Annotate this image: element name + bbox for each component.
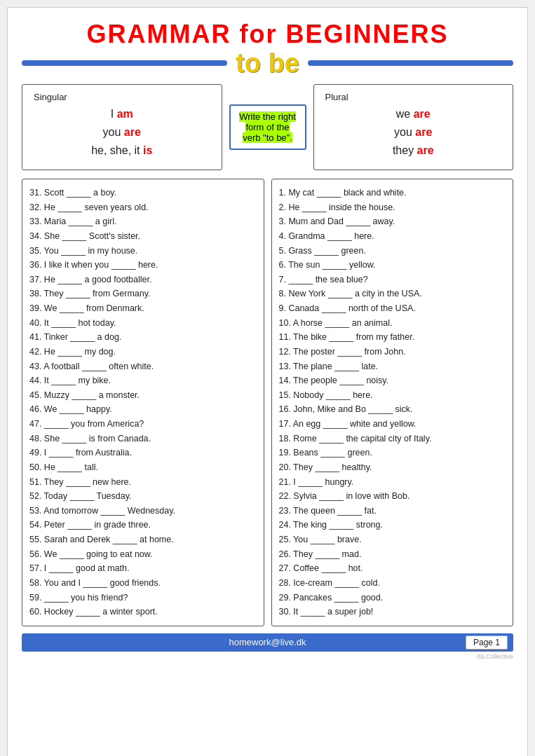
footer: homework@live.dk Page 1: [22, 633, 513, 652]
left-exercise-col: 31. Scott _____ a boy.32. He _____ seven…: [22, 179, 264, 626]
page: GRAMMAR for BEGINNERS to be Singular I a…: [7, 7, 528, 756]
right-exercise-item: 15. Nobody _____ here.: [279, 389, 506, 401]
title-bar-left: [22, 60, 227, 66]
left-exercise-item: 42. He _____ my dog.: [29, 345, 257, 358]
left-exercise-item: 49. I _____ from Australia.: [29, 446, 257, 459]
left-exercise-item: 48. She _____ is from Canada.: [29, 432, 257, 445]
left-exercise-item: 47. _____ you from America?: [29, 418, 257, 430]
verb-is: is: [143, 144, 152, 156]
verb-are-they: are: [417, 144, 434, 156]
singular-row-2: you are: [34, 126, 210, 139]
right-exercise-item: 13. The plane _____ late.: [279, 360, 506, 373]
verb-am: am: [117, 108, 133, 120]
singular-row-1: I am: [34, 108, 210, 121]
right-exercise-item: 4. Grandma _____ here.: [279, 230, 506, 242]
left-exercise-item: 54. Peter _____ in grade three.: [29, 518, 257, 531]
page-badge: Page 1: [466, 635, 508, 650]
right-exercise-item: 19. Beans _____ green.: [279, 446, 506, 459]
title-bar-right: [308, 60, 513, 66]
right-exercise-col: 1. My cat _____ black and white.2. He __…: [271, 179, 514, 626]
left-exercise-item: 51. They _____ new here.: [29, 476, 257, 488]
left-exercise-item: 37. He _____ a good footballer.: [29, 273, 257, 286]
right-exercise-item: 1. My cat _____ black and white.: [279, 186, 506, 199]
plural-label: Plural: [325, 92, 502, 102]
left-exercise-item: 50. He _____ tall.: [29, 461, 257, 474]
singular-row-3: he, she, it is: [34, 144, 210, 157]
title-line2-wrapper: to be: [22, 48, 513, 78]
right-exercise-item: 24. The king _____ strong.: [279, 518, 506, 531]
instruction-box: Write the right form of the verb "to be"…: [229, 104, 306, 150]
left-exercise-item: 40. It _____ hot today.: [29, 317, 257, 329]
left-exercise-item: 53. And tomorrow _____ Wednesday.: [29, 504, 257, 517]
left-exercise-item: 31. Scott _____ a boy.: [29, 186, 257, 199]
left-exercise-item: 32. He _____ seven years old.: [29, 201, 257, 214]
plural-row-3: they are: [325, 144, 502, 157]
singular-label: Singular: [34, 92, 210, 102]
footer-right: Page 1: [388, 635, 508, 650]
left-exercise-item: 56. We _____ going to eat now.: [29, 548, 257, 561]
right-exercise-item: 29. Pancakes _____ good.: [279, 591, 506, 604]
left-exercise-item: 34. She _____ Scott's sister.: [29, 230, 257, 242]
right-exercise-item: 21. I _____ hungry.: [279, 476, 506, 488]
right-exercise-item: 2. He _____ inside the house.: [279, 201, 506, 214]
plural-row-1: we are: [325, 108, 502, 121]
verb-are-you-pl: are: [415, 126, 432, 138]
left-exercise-item: 33. Maria _____ a girl.: [29, 215, 257, 228]
left-exercise-item: 41. Tinker _____ a dog.: [29, 331, 257, 343]
right-exercise-item: 28. Ice-cream _____ cold.: [279, 577, 506, 589]
verb-are-we: are: [414, 108, 431, 120]
plural-row-2: you are: [325, 126, 502, 139]
right-exercise-item: 3. Mum and Dad _____ away.: [279, 215, 506, 228]
right-exercise-item: 14. The people _____ noisy.: [279, 374, 506, 387]
right-exercise-item: 10. A horse _____ an animal.: [279, 317, 506, 329]
right-exercise-item: 12. The poster _____ from John.: [279, 345, 506, 358]
right-exercise-item: 8. New York _____ a city in the USA.: [279, 287, 506, 300]
right-exercise-item: 18. Rome _____ the capital city of Italy…: [279, 432, 506, 445]
left-exercise-item: 58. You and I _____ good friends.: [29, 577, 257, 589]
right-exercise-item: 6. The sun _____ yellow.: [279, 259, 506, 271]
left-exercise-item: 43. A football _____ often white.: [29, 360, 257, 373]
exercises-section: 31. Scott _____ a boy.32. He _____ seven…: [22, 179, 513, 626]
footer-email: homework@live.dk: [147, 637, 388, 647]
plural-box: Plural we are you are they are: [313, 84, 514, 170]
right-exercise-item: 9. Canada _____ north of the USA.: [279, 302, 506, 315]
right-exercise-item: 17. An egg _____ white and yellow.: [279, 418, 506, 430]
right-exercise-item: 30. It _____ a super job!: [279, 605, 506, 618]
left-exercise-item: 60. Hockey _____ a winter sport.: [29, 605, 257, 618]
right-exercise-item: 16. John, Mike and Bo _____ sick.: [279, 403, 506, 415]
right-exercise-item: 23. The queen _____ fat.: [279, 504, 506, 517]
left-exercise-item: 35. You _____ in my house.: [29, 245, 257, 257]
isl-logo: iSLCollective: [22, 653, 513, 660]
left-exercise-item: 55. Sarah and Derek _____ at home.: [29, 533, 257, 546]
left-exercise-item: 57. I _____ good at math.: [29, 562, 257, 575]
left-exercise-item: 52. Today _____ Tuesday.: [29, 490, 257, 502]
right-exercise-item: 5. Grass _____ green.: [279, 245, 506, 257]
left-exercise-item: 36. I like it when you _____ here.: [29, 259, 257, 271]
left-exercise-item: 44. It _____ my bike.: [29, 374, 257, 387]
left-exercise-item: 46. We _____ happy.: [29, 403, 257, 415]
right-exercise-item: 20. They _____ healthy.: [279, 461, 506, 474]
left-exercise-item: 59. _____ you his friend?: [29, 591, 257, 604]
left-exercise-item: 45. Muzzy _____ a monster.: [29, 389, 257, 401]
right-exercise-item: 26. They _____ mad.: [279, 548, 506, 561]
right-exercise-item: 25. You _____ brave.: [279, 533, 506, 546]
right-exercise-item: 11. The bike _____ from my father.: [279, 331, 506, 343]
right-exercise-item: 22. Sylvia _____ in love with Bob.: [279, 490, 506, 502]
instruction-text: Write the right form of the verb "to be"…: [239, 111, 296, 143]
verb-are-sg: are: [124, 126, 141, 138]
right-exercise-item: 27. Coffee _____ hot.: [279, 562, 506, 575]
conjugation-section: Singular I am you are he, she, it is Wri…: [22, 84, 513, 170]
left-exercise-item: 38. They _____ from Germany.: [29, 287, 257, 300]
right-exercise-item: 7. _____ the sea blue?: [279, 273, 506, 286]
singular-box: Singular I am you are he, she, it is: [22, 84, 222, 170]
left-exercise-item: 39. We _____ from Denmark.: [29, 302, 257, 315]
title-line1: GRAMMAR for BEGINNERS: [22, 20, 513, 48]
title-line2: to be: [227, 48, 308, 78]
